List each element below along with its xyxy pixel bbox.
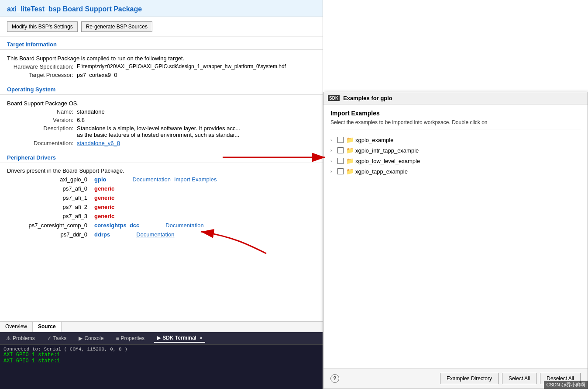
driver-links: Documentation [136, 231, 174, 238]
watermark: CSDN @乔小鲜啊 [544, 381, 588, 389]
expand-arrow-icon: › [330, 169, 337, 174]
driver-row: ps7_afi_1 generic [7, 193, 316, 202]
example-item[interactable]: ›📁xgpio_intr_tapp_example [330, 145, 581, 156]
target-info: This Board Support Package is compiled t… [0, 52, 323, 82]
page-title: axi_liteTest_bsp Board Support Package [0, 0, 323, 17]
driver-section: Drivers present in the Board Support Pac… [0, 165, 323, 241]
example-checkbox[interactable] [337, 168, 344, 174]
example-list: ›📁xgpio_example›📁xgpio_intr_tapp_example… [330, 135, 581, 177]
example-item[interactable]: ›📁xgpio_low_level_example [330, 156, 581, 166]
examples-dir-button[interactable]: Examples Directory [440, 373, 499, 384]
example-label: xgpio_tapp_example [355, 168, 408, 175]
tab-problems[interactable]: ⚠ Problems [3, 334, 38, 342]
target-description: This Board Support Package is compiled t… [7, 54, 316, 63]
documentation-link[interactable]: Documentation [136, 231, 174, 238]
driver-name: axi_gpio_0 [7, 176, 94, 183]
os-doc-link[interactable]: standalone_v6_8 [77, 140, 120, 146]
driver-name: ps7_afi_2 [7, 204, 94, 210]
expand-arrow-icon: › [330, 148, 337, 153]
os-desc-label: Description: [7, 125, 77, 132]
tab-properties[interactable]: ≡ Properties [113, 334, 147, 342]
driver-row: ps7_afi_3 generic [7, 212, 316, 221]
examples-dialog: SDK Examples for gpio Import Examples Se… [323, 92, 588, 389]
driver-name: ps7_afi_3 [7, 213, 94, 219]
import-examples-title: Import Examples [330, 110, 581, 117]
example-label: xgpio_low_level_example [355, 158, 420, 164]
example-label: xgpio_intr_tapp_example [355, 147, 419, 154]
driver-links: DocumentationImport Examples [132, 176, 217, 183]
documentation-link[interactable]: Documentation [132, 176, 170, 183]
example-item[interactable]: ›📁xgpio_example [330, 135, 581, 145]
driver-name: ps7_coresight_comp_0 [7, 222, 94, 229]
terminal-content: Connected to: Serial ( COM4, 115200, 0, … [0, 345, 323, 366]
terminal-bar: ⚠ Problems ✓ Tasks ▶ Console ≡ Propertie… [0, 332, 323, 389]
driver-type: generic [94, 204, 114, 210]
dialog-title-bar: SDK Examples for gpio [323, 92, 588, 104]
driver-row: ps7_ddr_0 ddrpsDocumentation [7, 230, 316, 239]
terminal-lines: AXI GPIO 1 state:1AXI GPIO 1 state:1 [3, 352, 320, 364]
terminal-line: AXI GPIO 1 state:1 [3, 358, 320, 364]
tab-tasks[interactable]: ✓ Tasks [45, 334, 69, 342]
os-doc-label: Documentation: [7, 140, 77, 146]
select-all-button[interactable]: Select All [502, 373, 536, 384]
toolbar: Modify this BSP's Settings Re-generate B… [0, 17, 323, 37]
example-item[interactable]: ›📁xgpio_tapp_example [330, 166, 581, 177]
driver-type: gpio [94, 176, 106, 183]
driver-links: Documentation [165, 222, 203, 229]
tab-overview[interactable]: Overview [0, 322, 33, 332]
driver-type: coresightps_dcc [94, 222, 139, 229]
hardware-label: Hardware Specification: [7, 63, 77, 70]
example-checkbox[interactable] [337, 147, 344, 153]
driver-type: ddrps [94, 231, 110, 238]
driver-row: ps7_afi_2 generic [7, 202, 316, 212]
dialog-body: Import Examples Select the examples to b… [323, 104, 588, 368]
os-version-label: Version: [7, 117, 77, 123]
hardware-value: E:\temp\zdyz020\AXI_GPIO\AXI_GPIO.sdk\de… [77, 63, 286, 70]
terminal-header: ⚠ Problems ✓ Tasks ▶ Console ≡ Propertie… [0, 332, 323, 345]
dialog-title: Examples for gpio [343, 95, 392, 101]
driver-row: ps7_coresight_comp_0 coresightps_dccDocu… [7, 221, 316, 230]
driver-type: generic [94, 185, 114, 192]
import-examples-subtitle: Select the examples to be imported into … [330, 119, 581, 129]
terminal-line: AXI GPIO 1 state:1 [3, 352, 320, 358]
documentation-link[interactable]: Documentation [165, 222, 203, 229]
tab-sdk-terminal[interactable]: ▶ SDK Terminal × [154, 334, 205, 343]
folder-icon: 📁 [346, 147, 354, 154]
bottom-tabs: Overview Source [0, 321, 323, 332]
expand-arrow-icon: › [330, 138, 337, 142]
os-name-label: Name: [7, 108, 77, 115]
driver-name: ps7_afi_1 [7, 194, 94, 201]
example-checkbox[interactable] [337, 137, 344, 143]
folder-icon: 📁 [346, 168, 354, 175]
os-name-value: standalone [77, 108, 105, 115]
processor-label: Target Processor: [7, 72, 77, 78]
driver-row: ps7_afi_0 generic [7, 184, 316, 193]
os-version-value: 6.8 [77, 117, 85, 123]
driver-row: axi_gpio_0 gpioDocumentationImport Examp… [7, 175, 316, 184]
modify-bsp-button[interactable]: Modify this BSP's Settings [7, 21, 78, 32]
tab-console[interactable]: ▶ Console [76, 334, 106, 342]
driver-name: ps7_afi_0 [7, 185, 94, 192]
driver-type: generic [94, 213, 114, 219]
import-examples-link[interactable]: Import Examples [174, 176, 217, 183]
expand-arrow-icon: › [330, 159, 337, 163]
regenerate-bsp-button[interactable]: Re-generate BSP Sources [81, 21, 152, 32]
peripheral-section-title: Peripheral Drivers [0, 150, 323, 163]
help-button[interactable]: ? [330, 374, 339, 383]
processor-value: ps7_cortexa9_0 [77, 72, 117, 78]
example-checkbox[interactable] [337, 158, 344, 164]
driver-name: ps7_ddr_0 [7, 231, 94, 238]
folder-icon: 📁 [346, 136, 354, 143]
os-info: Board Support Package OS. Name: standalo… [0, 97, 323, 150]
driver-type: generic [94, 194, 114, 201]
sdk-badge: SDK [328, 95, 340, 101]
tab-source[interactable]: Source [33, 322, 62, 332]
example-label: xgpio_example [355, 137, 393, 143]
main-panel: axi_liteTest_bsp Board Support Package M… [0, 0, 323, 389]
connection-status: Connected to: Serial ( COM4, 115200, 0, … [3, 347, 320, 352]
target-section-title: Target Information [0, 37, 323, 50]
os-desc-value: Standalone is a simple, low-level softwa… [77, 125, 240, 138]
os-section-title: Operating System [0, 82, 323, 95]
folder-icon: 📁 [346, 157, 354, 164]
driver-list: axi_gpio_0 gpioDocumentationImport Examp… [7, 175, 316, 239]
